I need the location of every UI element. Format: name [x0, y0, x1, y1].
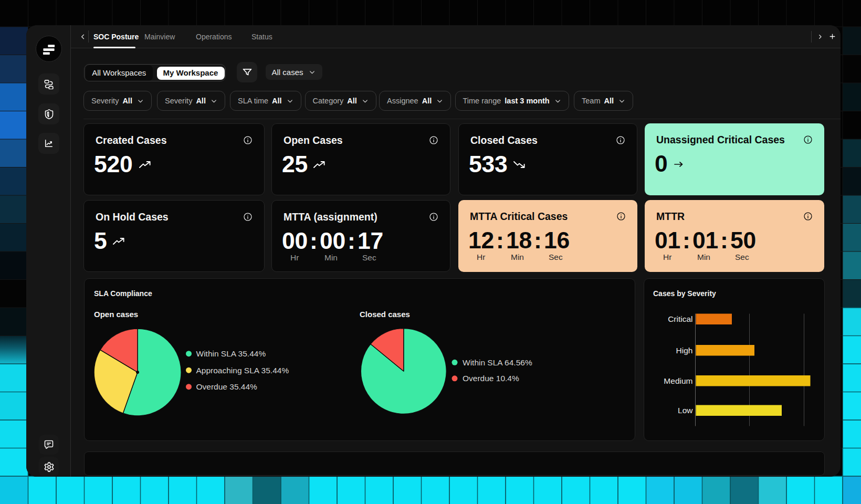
svg-text:Within SLA 35.44%: Within SLA 35.44%: [196, 349, 266, 358]
svg-text:High: High: [676, 346, 693, 355]
svg-text:Within SLA 64.56%: Within SLA 64.56%: [463, 358, 532, 367]
svg-text:Approaching SLA 35.44%: Approaching SLA 35.44%: [196, 366, 289, 375]
svg-text:Medium: Medium: [664, 376, 692, 385]
svg-text:Overdue 10.4%: Overdue 10.4%: [463, 374, 519, 383]
svg-text:Low: Low: [678, 406, 693, 415]
svg-text:Overdue 35.44%: Overdue 35.44%: [196, 382, 258, 391]
svg-text:Critical: Critical: [668, 314, 692, 323]
